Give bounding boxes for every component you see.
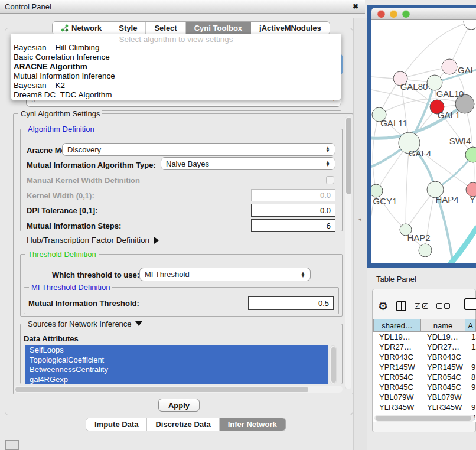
mi-threshold-label: Mutual Information Threshold: bbox=[28, 299, 139, 308]
table-row[interactable]: YDL19…YDL19…13 bbox=[373, 332, 476, 342]
table-horizontal-scrollbar[interactable] bbox=[374, 415, 475, 422]
tab-jactivemnodules[interactable]: jActiveMNodules bbox=[251, 22, 330, 34]
cyni-settings-title: Cyni Algorithm Settings bbox=[18, 109, 102, 118]
algorithm-option[interactable]: Bayesian – K2 bbox=[11, 81, 341, 90]
table-cell bbox=[465, 352, 476, 362]
columns-icon[interactable] bbox=[396, 301, 406, 311]
table-cell: YBL079W bbox=[421, 392, 465, 402]
minimize-traffic-light-icon[interactable] bbox=[390, 10, 397, 18]
table-cell: YBR045C bbox=[421, 382, 465, 392]
algorithm-option[interactable]: Dream8 DC_TDC Algorithm bbox=[11, 90, 341, 100]
export-table-icon[interactable] bbox=[464, 298, 476, 310]
network-node[interactable] bbox=[464, 20, 476, 30]
kernel-width-field[interactable]: 0.0 bbox=[251, 189, 335, 201]
node-label: Y bbox=[470, 194, 475, 204]
table-cell: YBL079W bbox=[373, 392, 421, 402]
table-cell: YBR045C bbox=[373, 382, 421, 392]
table-cell bbox=[465, 392, 476, 402]
table-row[interactable]: YPR145WYPR145W9. bbox=[373, 362, 476, 372]
table-row[interactable]: YDR27…YDR27…12 bbox=[373, 342, 476, 352]
tab-infer-network[interactable]: Infer Network bbox=[220, 418, 285, 431]
tab-network[interactable]: Network bbox=[53, 22, 110, 34]
mi-threshold-group-title: MI Threshold Definition bbox=[29, 283, 112, 292]
close-traffic-light-icon[interactable] bbox=[377, 10, 385, 18]
hub-definition-expander[interactable]: Hub/Transcription Factor Definition bbox=[27, 236, 159, 244]
attribute-list-item[interactable]: TopologicalCoefficient bbox=[25, 356, 328, 366]
table-row[interactable]: YBL079WYBL079W bbox=[373, 392, 476, 402]
algorithm-dropdown-items: Bayesian – Hill ClimbingBasic Correlatio… bbox=[11, 43, 341, 100]
settings-vertical-scrollbar[interactable] bbox=[345, 116, 351, 389]
scrollbar-thumb[interactable] bbox=[376, 416, 471, 421]
combo-spinner-icon: ▲▼ bbox=[322, 146, 330, 152]
deselect-all-checks-icon[interactable] bbox=[436, 303, 450, 309]
attribute-list-item[interactable]: BetweennessCentrality bbox=[25, 365, 328, 375]
collapsed-panel-button[interactable] bbox=[5, 440, 19, 450]
scrollbar-thumb[interactable] bbox=[15, 387, 308, 392]
network-node-gcy1[interactable] bbox=[371, 184, 383, 197]
settings-horizontal-scrollbar[interactable] bbox=[14, 386, 343, 393]
algorithm-option[interactable]: Basic Correlation Inference bbox=[11, 53, 341, 62]
gear-icon[interactable]: ⚙ bbox=[378, 301, 388, 312]
node-attribute-table: shared…nameA YDL19…YDL19…13YDR27…YDR27…1… bbox=[373, 319, 476, 422]
manual-kernel-checkbox[interactable] bbox=[326, 176, 334, 184]
table-cell: YPR145W bbox=[421, 362, 465, 372]
apply-button[interactable]: Apply bbox=[158, 399, 200, 412]
mi-threshold-value: 0.5 bbox=[318, 299, 329, 308]
aracne-mode-combo[interactable]: Discovery ▲▼ bbox=[62, 143, 335, 156]
scrollbar-thumb[interactable] bbox=[331, 347, 336, 383]
sources-group-title[interactable]: Sources for Network Inference bbox=[25, 319, 145, 328]
algorithm-dropdown-popup: Select algorithm to view settings Bayesi… bbox=[11, 34, 341, 100]
node-label: GAL80 bbox=[400, 81, 428, 92]
algorithm-option[interactable]: Mutual Information Inference bbox=[11, 71, 341, 81]
table-row[interactable]: YBR043CYBR043C bbox=[373, 352, 476, 362]
attributes-scrollbar[interactable] bbox=[330, 345, 337, 384]
table-cell: 9. bbox=[465, 382, 476, 392]
select-all-checks-icon[interactable]: ✓✓ bbox=[415, 303, 428, 309]
mi-steps-value: 6 bbox=[327, 221, 331, 230]
network-edge bbox=[451, 228, 476, 263]
network-view-canvas[interactable]: GALGAL80GAL10GAL1GAL11GAL4SWI4GCY1HAP4YH… bbox=[371, 20, 476, 263]
tab-impute-data[interactable]: Impute Data bbox=[86, 418, 147, 431]
tab-select[interactable]: Select bbox=[146, 22, 185, 34]
apply-button-label: Apply bbox=[168, 401, 190, 410]
tab-cyni-toolbox[interactable]: Cyni Toolbox bbox=[186, 22, 251, 34]
table-cell: 12 bbox=[465, 342, 476, 352]
attribute-list-item[interactable]: gal4RGexp bbox=[25, 375, 328, 385]
panel-splitter[interactable] bbox=[353, 18, 367, 450]
table-row[interactable]: YBR045CYBR045C9. bbox=[373, 382, 476, 392]
cyni-mode-tabs: Impute DataDiscretize DataInfer Network bbox=[86, 418, 286, 431]
kernel-width-value: 0.0 bbox=[320, 191, 331, 200]
column-header-shared-[interactable]: shared… bbox=[373, 319, 421, 332]
attribute-list-item[interactable]: SelfLoops bbox=[25, 345, 328, 356]
column-header-a[interactable]: A bbox=[465, 319, 476, 332]
splitter-grip-icon[interactable]: ◂ bbox=[358, 216, 361, 222]
algorithm-option[interactable]: ARACNE Algorithm bbox=[11, 62, 341, 71]
mi-steps-field[interactable]: 6 bbox=[251, 219, 335, 232]
mi-threshold-field[interactable]: 0.5 bbox=[248, 296, 334, 310]
dpi-tolerance-field[interactable]: 0.0 bbox=[251, 204, 335, 217]
tab-discretize-data[interactable]: Discretize Data bbox=[147, 418, 219, 431]
table-cell: 9. bbox=[465, 362, 476, 372]
network-node-swi4[interactable] bbox=[465, 147, 476, 162]
table-row[interactable]: YLR345WYLR345W9. bbox=[373, 402, 476, 412]
close-window-icon[interactable]: ✖ bbox=[351, 2, 360, 11]
which-threshold-combo[interactable]: MI Threshold ▲▼ bbox=[139, 268, 311, 281]
network-node-gal[interactable] bbox=[442, 59, 457, 74]
table-cell: YLR345W bbox=[421, 402, 465, 412]
scrollbar-thumb[interactable] bbox=[346, 118, 351, 194]
float-window-icon[interactable] bbox=[338, 2, 347, 11]
node-label: GAL1 bbox=[438, 110, 460, 120]
node-label: GAL4 bbox=[409, 148, 431, 158]
tab-style[interactable]: Style bbox=[110, 22, 146, 34]
zoom-traffic-light-icon[interactable] bbox=[402, 10, 410, 18]
network-node[interactable] bbox=[419, 244, 432, 257]
column-header-name[interactable]: name bbox=[421, 319, 465, 332]
algorithm-option[interactable]: Bayesian – Hill Climbing bbox=[11, 43, 341, 53]
mi-type-combo[interactable]: Naive Bayes ▲▼ bbox=[161, 157, 335, 170]
table-row[interactable]: YER054CYER054C8. bbox=[373, 372, 476, 382]
table-body: YDL19…YDL19…13YDR27…YDR27…12YBR043CYBR04… bbox=[373, 332, 476, 422]
combo-spinner-icon: ▲▼ bbox=[297, 272, 305, 278]
table-cell: YDL19… bbox=[373, 332, 421, 342]
table-cell: 8. bbox=[465, 372, 476, 382]
combo-spinner-icon: ▲▼ bbox=[322, 161, 330, 167]
